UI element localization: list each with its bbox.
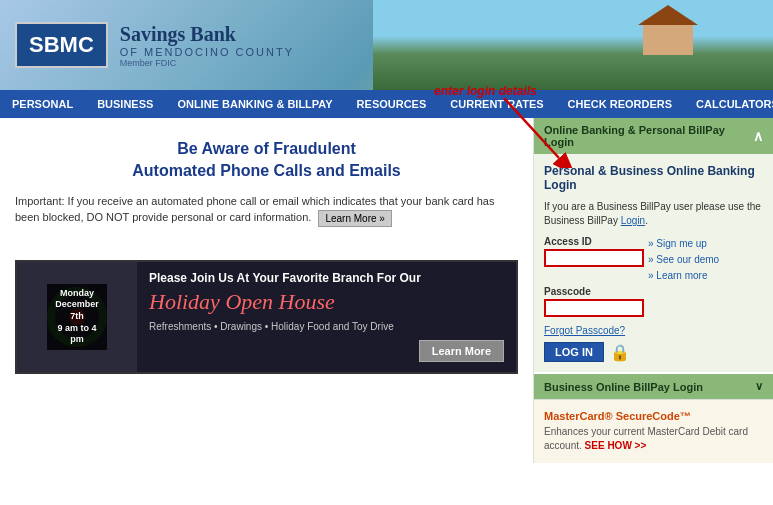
mastercard-title: MasterCard® SecureCode™ — [544, 410, 763, 422]
right-sidebar: Online Banking & Personal BillPay Login … — [533, 118, 773, 463]
access-id-label: Access ID — [544, 236, 644, 247]
holiday-banner: MondayDecember 7th9 am to 4 pm Please Jo… — [15, 260, 518, 374]
fraud-title: Be Aware of Fraudulent Automated Phone C… — [15, 138, 518, 183]
online-banking-chevron-icon[interactable]: ∧ — [753, 128, 763, 144]
business-billpay-header: Business Online BillPay Login ∨ — [534, 374, 773, 399]
sign-me-up-link[interactable]: Sign me up — [648, 236, 719, 252]
holiday-left-panel: MondayDecember 7th9 am to 4 pm — [17, 262, 137, 372]
learn-more-button[interactable]: Learn More » — [318, 210, 391, 227]
passcode-input[interactable] — [544, 299, 644, 317]
passcode-field-group: Passcode — [544, 286, 644, 323]
business-billpay-header-label: Business Online BillPay Login — [544, 381, 703, 393]
nav-item-business[interactable]: BUSINESS — [85, 90, 165, 118]
login-desc: If you are a Business BillPay user pleas… — [544, 200, 763, 228]
left-content: Be Aware of Fraudulent Automated Phone C… — [0, 118, 533, 463]
nav-item-personal[interactable]: PERSONAL — [0, 90, 85, 118]
online-banking-header-label: Online Banking & Personal BillPay Login — [544, 124, 753, 148]
landscape-house — [643, 20, 693, 55]
nav-item-calculators[interactable]: CALCULATORS — [684, 90, 773, 118]
login-box: enter login details — [534, 154, 773, 372]
mastercard-see-how-link[interactable]: SEE HOW >> — [585, 440, 647, 451]
main-container: Be Aware of Fraudulent Automated Phone C… — [0, 118, 773, 463]
log-in-row: LOG IN 🔒 — [544, 342, 763, 362]
holiday-learn-more-button[interactable]: Learn More — [419, 340, 504, 362]
header-landscape-image — [373, 0, 773, 90]
access-id-input[interactable] — [544, 249, 644, 267]
billpay-login-link[interactable]: Login — [621, 215, 645, 226]
bank-logo: SBMC — [15, 22, 108, 68]
main-nav: PERSONAL BUSINESS ONLINE BANKING & BILLP… — [0, 90, 773, 118]
holiday-details: Refreshments • Drawings • Holiday Food a… — [149, 321, 504, 332]
bank-fdic: Member FDIC — [120, 58, 294, 68]
holiday-title: Holiday Open House — [149, 289, 504, 315]
login-title: Personal & Business Online Banking Login — [544, 164, 763, 192]
holiday-date-box: MondayDecember 7th9 am to 4 pm — [47, 284, 107, 350]
page-wrapper: SBMC Savings Bank OF MENDOCINO COUNTY Me… — [0, 0, 773, 463]
header: SBMC Savings Bank OF MENDOCINO COUNTY Me… — [0, 0, 773, 90]
log-in-button[interactable]: LOG IN — [544, 342, 604, 362]
access-id-field-group: Access ID — [544, 236, 644, 273]
forgot-passcode-link[interactable]: Forgot Passcode? — [544, 325, 763, 336]
passcode-row: Passcode — [544, 286, 763, 323]
bank-name-block: Savings Bank OF MENDOCINO COUNTY Member … — [120, 23, 294, 68]
see-our-demo-link[interactable]: See our demo — [648, 252, 719, 268]
bank-subtitle: OF MENDOCINO COUNTY — [120, 46, 294, 58]
mastercard-desc: Enhances your current MasterCard Debit c… — [544, 425, 763, 453]
nav-item-online-banking[interactable]: ONLINE BANKING & BILLPAY — [165, 90, 344, 118]
online-banking-header: Online Banking & Personal BillPay Login … — [534, 118, 773, 154]
business-billpay-chevron-icon[interactable]: ∨ — [755, 380, 763, 393]
holiday-wreath-wrapper: MondayDecember 7th9 am to 4 pm — [47, 287, 107, 347]
fraud-warning-section: Be Aware of Fraudulent Automated Phone C… — [15, 128, 518, 250]
passcode-label: Passcode — [544, 286, 644, 297]
holiday-right-panel: Please Join Us At Your Favorite Branch F… — [137, 263, 516, 370]
learn-more-link[interactable]: Learn more — [648, 268, 719, 284]
nav-item-current-rates[interactable]: CURRENT RATES — [438, 90, 555, 118]
nav-item-check-reorders[interactable]: CHECK REORDERS — [556, 90, 685, 118]
mastercard-section: MasterCard® SecureCode™ Enhances your cu… — [534, 399, 773, 463]
access-id-row: Access ID Sign me up See our demo Learn … — [544, 236, 763, 284]
login-links-right: Sign me up See our demo Learn more — [648, 236, 719, 284]
fraud-body-text: Important: If you receive an automated p… — [15, 193, 518, 227]
bank-title: Savings Bank — [120, 23, 294, 46]
nav-item-resources[interactable]: RESOURCES — [345, 90, 439, 118]
holiday-join-text: Please Join Us At Your Favorite Branch F… — [149, 271, 504, 285]
lock-icon: 🔒 — [610, 343, 630, 362]
